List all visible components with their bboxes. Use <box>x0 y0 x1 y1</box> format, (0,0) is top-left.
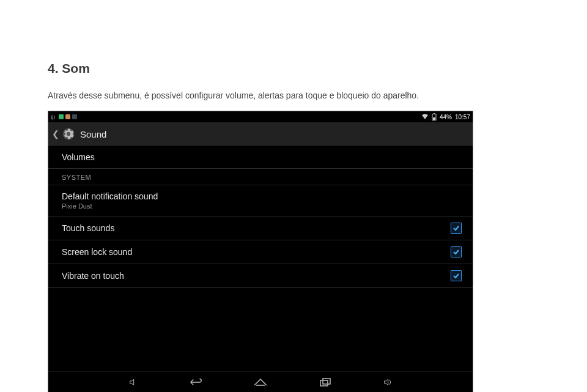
android-screenshot: 44% 10:57 ❮ Sound Volumes SYSTEM <box>48 111 473 392</box>
empty-area <box>48 288 473 356</box>
setting-label: Default notification sound <box>62 191 158 201</box>
status-indicator-icon <box>59 114 64 119</box>
setting-vibrate-on-touch[interactable]: Vibrate on touch <box>48 264 473 288</box>
checkbox-screen-lock[interactable] <box>451 246 462 257</box>
status-indicator-icon <box>65 114 70 119</box>
battery-percent: 44% <box>440 114 452 120</box>
volume-up-icon[interactable] <box>382 375 394 389</box>
setting-default-notification[interactable]: Default notification sound Pixie Dust <box>48 185 473 216</box>
setting-touch-sounds[interactable]: Touch sounds <box>48 216 473 240</box>
svg-rect-1 <box>433 117 435 120</box>
svg-rect-4 <box>320 380 328 386</box>
setting-label: Screen lock sound <box>62 247 132 257</box>
setting-screen-lock-sound[interactable]: Screen lock sound <box>48 240 473 264</box>
setting-label: Touch sounds <box>62 223 114 233</box>
back-icon[interactable]: ❮ <box>52 129 59 139</box>
setting-label: Vibrate on touch <box>62 271 124 281</box>
svg-rect-5 <box>323 379 330 384</box>
home-nav-icon[interactable] <box>252 375 269 389</box>
section-header-system: SYSTEM <box>48 169 473 185</box>
battery-icon <box>432 113 437 120</box>
checkbox-touch-sounds[interactable] <box>451 223 462 234</box>
setting-value: Pixie Dust <box>62 202 158 210</box>
doc-paragraph: Através desse submenu, é possível config… <box>48 89 427 102</box>
setting-volumes[interactable]: Volumes <box>48 146 473 169</box>
status-bar: 44% 10:57 <box>48 111 473 122</box>
volume-down-icon[interactable] <box>127 375 139 389</box>
setting-label: Volumes <box>62 152 95 162</box>
back-nav-icon[interactable] <box>187 375 204 389</box>
actionbar-title: Sound <box>80 129 106 139</box>
usb-icon <box>51 114 57 120</box>
action-bar[interactable]: ❮ Sound <box>48 122 473 146</box>
clock: 10:57 <box>455 114 470 120</box>
recent-apps-nav-icon[interactable] <box>317 375 334 389</box>
wifi-icon <box>421 114 429 120</box>
navigation-bar <box>48 371 473 392</box>
checkbox-vibrate[interactable] <box>451 270 462 281</box>
svg-rect-2 <box>434 113 435 114</box>
status-indicator-icon <box>72 114 77 119</box>
settings-gear-icon <box>62 127 75 141</box>
doc-heading: 4. Som <box>48 61 539 76</box>
